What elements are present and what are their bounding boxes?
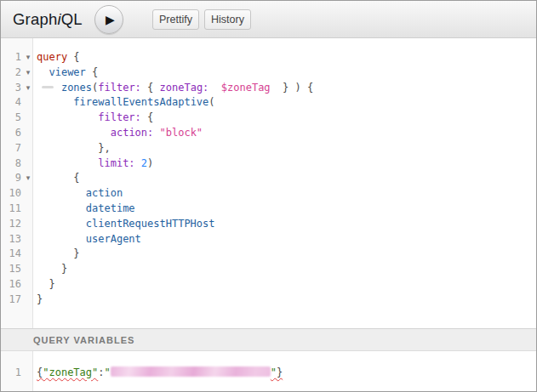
code-line[interactable]: 1▾query {: [1, 50, 536, 65]
code-line[interactable]: 3▾ zones(filter: { zoneTag: $zoneTag } )…: [1, 81, 536, 96]
code-line[interactable]: 1{"zoneTag":""}: [1, 366, 536, 381]
code-text: }: [37, 277, 55, 293]
code-token: datetime: [86, 202, 135, 214]
line-number: 8: [1, 156, 21, 172]
variables-editor[interactable]: 1{"zoneTag":""}: [1, 351, 536, 391]
code-token: "zoneTag": [43, 366, 98, 378]
code-text: action: "block": [37, 126, 203, 141]
code-text: action: [37, 186, 123, 202]
code-token: }: [37, 278, 55, 290]
code-line[interactable]: 5 filter: {: [1, 111, 536, 126]
topbar: GraphiQL ▶ Prettify History: [1, 1, 536, 38]
code-token: [37, 127, 111, 139]
execute-button[interactable]: ▶: [94, 5, 123, 34]
code-line[interactable]: 8 limit: 2): [1, 156, 536, 172]
code-token: firewallEventsAdaptive: [73, 96, 209, 108]
code-line[interactable]: 12 clientRequestHTTPHost: [1, 217, 536, 232]
code-token: [153, 82, 159, 94]
code-token: {: [141, 111, 153, 123]
code-token: action: [86, 187, 123, 199]
code-token: ": [271, 366, 277, 378]
line-number: 6: [1, 126, 21, 141]
code-token: [37, 202, 86, 214]
code-line[interactable]: 16 }: [1, 277, 536, 293]
code-line[interactable]: 4 firewallEventsAdaptive(: [1, 95, 536, 111]
code-token: query: [37, 51, 67, 63]
line-number: 4: [1, 95, 21, 111]
code-token: },: [37, 142, 111, 154]
code-token: } ) {: [271, 82, 314, 94]
code-line[interactable]: 9▾ {: [1, 171, 536, 186]
code-token: zoneTag:: [160, 82, 209, 94]
code-token: [141, 82, 147, 94]
code-token: [37, 233, 86, 245]
code-token: $zoneTag: [221, 82, 271, 94]
code-token: action:: [111, 127, 154, 139]
code-token: [37, 96, 73, 108]
code-line[interactable]: 10 action: [1, 186, 536, 202]
line-number: 5: [1, 111, 21, 126]
code-token: [37, 218, 86, 230]
redaction-artifact: [42, 86, 54, 88]
graphiql-logo: GraphiQL: [13, 1, 83, 37]
fold-arrow-icon[interactable]: ▾: [23, 65, 33, 81]
code-text: clientRequestHTTPHost: [37, 217, 215, 232]
code-line[interactable]: 2▾ viewer {: [1, 65, 536, 81]
play-icon: ▶: [106, 14, 115, 26]
history-button[interactable]: History: [204, 9, 251, 30]
code-token: 2: [141, 157, 147, 169]
line-number: 13: [1, 232, 21, 247]
fold-arrow-icon[interactable]: ▾: [23, 81, 33, 96]
code-text: }: [37, 262, 67, 277]
fold-arrow-icon[interactable]: ▾: [23, 50, 33, 65]
code-line[interactable]: 13 userAgent: [1, 232, 536, 247]
code-line[interactable]: 15 }: [1, 262, 536, 277]
code-line[interactable]: 17}: [1, 293, 536, 308]
code-token: {: [37, 172, 80, 184]
graphiql-window: GraphiQL ▶ Prettify History 1▾query {2▾ …: [0, 0, 537, 392]
code-text: zones(filter: { zoneTag: $zoneTag } ) {: [37, 81, 313, 96]
query-variables-header[interactable]: QUERY VARIABLES: [1, 328, 536, 351]
code-text: query {: [37, 50, 80, 65]
line-number: 1: [1, 366, 21, 381]
code-text: userAgent: [37, 232, 141, 247]
code-token: :: [98, 366, 104, 378]
code-line[interactable]: 6 action: "block": [1, 126, 536, 141]
code-text: limit: 2): [37, 156, 153, 172]
query-editor[interactable]: 1▾query {2▾ viewer {3▾ zones(filter: { z…: [1, 38, 536, 328]
code-token: }: [37, 247, 80, 259]
line-number: 3: [1, 81, 21, 96]
code-token: zones: [61, 82, 92, 94]
code-token: [209, 82, 220, 94]
code-token: [135, 157, 141, 169]
code-token: userAgent: [86, 233, 141, 245]
line-number: 15: [1, 262, 21, 277]
prettify-button[interactable]: Prettify: [152, 9, 199, 30]
code-text: firewallEventsAdaptive(: [37, 95, 215, 111]
code-token: [37, 66, 49, 78]
line-number: 1: [1, 50, 21, 65]
line-number: 11: [1, 202, 21, 217]
code-line[interactable]: 11 datetime: [1, 202, 536, 217]
code-token: {: [86, 66, 98, 78]
code-token: "block": [160, 127, 203, 139]
redacted-value: [111, 366, 271, 377]
code-token: ): [147, 157, 153, 169]
code-token: }: [277, 366, 283, 378]
code-text: {"zoneTag":""}: [37, 366, 283, 381]
code-text: {: [37, 171, 80, 186]
logo-text-graph: Graph: [13, 10, 57, 28]
code-text: filter: {: [37, 111, 153, 126]
code-text: }: [37, 293, 43, 308]
line-number: 17: [1, 293, 21, 308]
code-token: {: [67, 51, 79, 63]
code-token: }: [37, 293, 43, 305]
code-token: clientRequestHTTPHost: [86, 218, 215, 230]
code-line[interactable]: 14 }: [1, 247, 536, 262]
logo-text-ql: QL: [61, 10, 83, 28]
code-text: }: [37, 247, 80, 262]
line-number: 10: [1, 186, 21, 202]
code-line[interactable]: 7 },: [1, 141, 536, 156]
code-text: viewer {: [37, 65, 98, 81]
fold-arrow-icon[interactable]: ▾: [23, 171, 33, 186]
